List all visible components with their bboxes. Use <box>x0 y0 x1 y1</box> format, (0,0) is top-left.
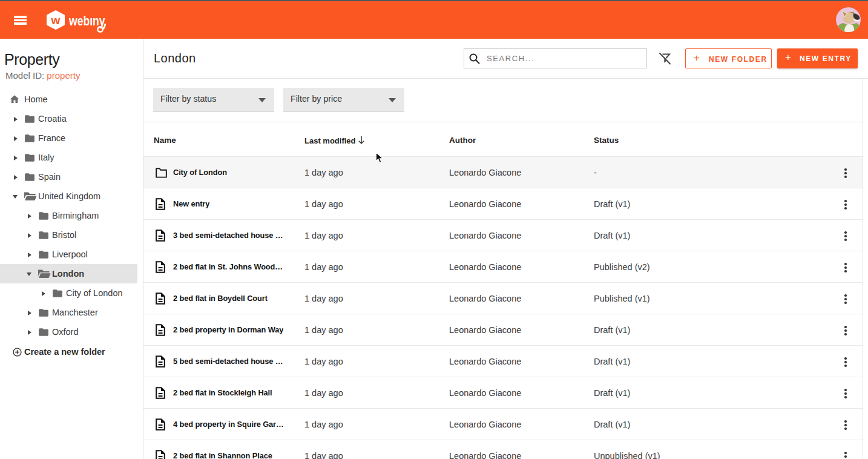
svg-text:w: w <box>51 14 61 27</box>
